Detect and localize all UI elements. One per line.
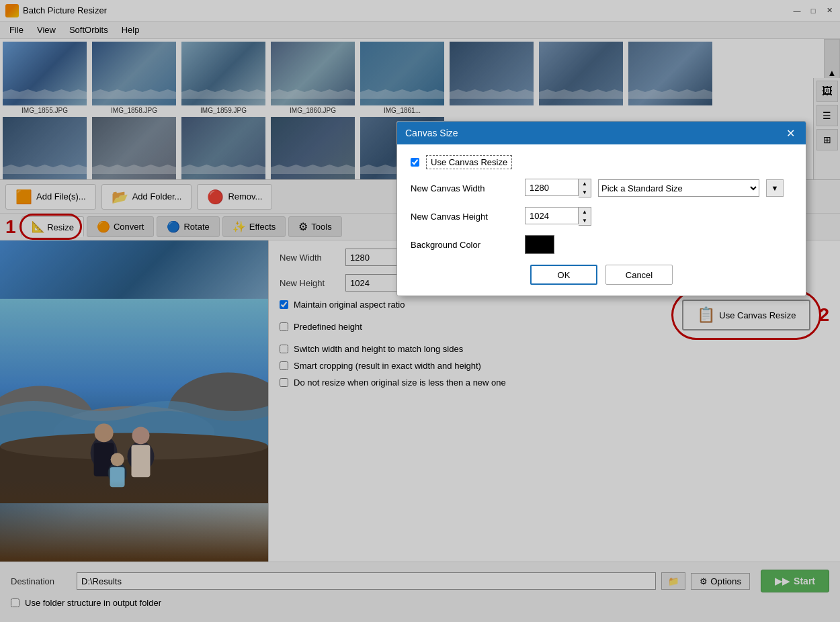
dialog-title: Canvas Size [405, 128, 458, 138]
dialog-width-row: New Canvas Width ▲ ▼ Pick a Standard Siz… [411, 179, 792, 197]
dialog-bgcolor-swatch[interactable] [525, 235, 554, 254]
dialog-use-canvas-checkbox[interactable] [411, 158, 419, 167]
dialog-use-canvas-row: Use Canvas Resize [411, 155, 792, 169]
dialog-height-row: New Canvas Height ▲ ▼ [411, 207, 792, 226]
dialog-standard-size-dropdown-btn[interactable]: ▼ [766, 179, 784, 197]
dialog-width-input[interactable] [525, 179, 579, 196]
dialog-height-spin-up[interactable]: ▲ [579, 208, 591, 216]
canvas-size-dialog: Canvas Size ✕ Use Canvas Resize New Canv… [396, 121, 806, 296]
dialog-height-spinner: ▲ ▼ [579, 207, 591, 226]
dialog-ok-button[interactable]: OK [530, 265, 597, 285]
dialog-width-spinner: ▲ ▼ [579, 179, 591, 197]
dialog-standard-size-select[interactable]: Pick a Standard Size [598, 179, 759, 197]
dialog-bgcolor-label: Background Color [411, 240, 518, 250]
dialog-cancel-button[interactable]: Cancel [605, 265, 673, 285]
dialog-close-button[interactable]: ✕ [783, 126, 798, 140]
dialog-height-label: New Canvas Height [411, 212, 518, 222]
dialog-buttons: OK Cancel [411, 265, 792, 285]
dialog-width-label: New Canvas Width [411, 183, 518, 193]
dialog-width-spin-down[interactable]: ▼ [579, 188, 591, 197]
dialog-bgcolor-row: Background Color [411, 235, 792, 254]
dialog-use-canvas-label: Use Canvas Resize [426, 155, 512, 169]
dialog-height-input[interactable] [525, 207, 579, 224]
dialog-height-spin-down[interactable]: ▼ [579, 216, 591, 225]
dialog-body: Use Canvas Resize New Canvas Width ▲ ▼ P… [397, 144, 806, 296]
dialog-width-spin-up[interactable]: ▲ [579, 179, 591, 188]
dialog-title-bar: Canvas Size ✕ [397, 122, 806, 144]
dialog-overlay: Canvas Size ✕ Use Canvas Resize New Canv… [0, 0, 840, 622]
